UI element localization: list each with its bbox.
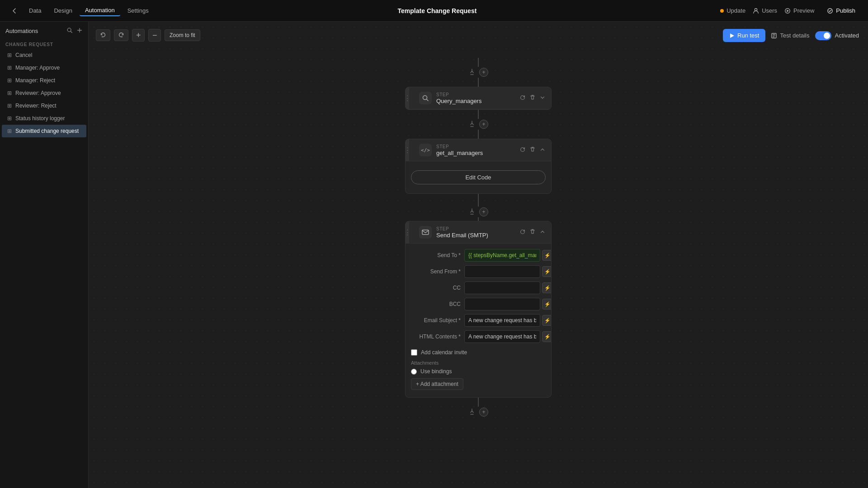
connector-actions: + bbox=[468, 120, 488, 129]
calendar-invite-checkbox[interactable] bbox=[411, 349, 417, 356]
sidebar-item-icon: ⊞ bbox=[7, 103, 12, 109]
sidebar-item-manager-reject[interactable]: ⊞ Manager: Reject bbox=[2, 74, 86, 87]
add-step-button[interactable]: + bbox=[479, 408, 488, 417]
email-subject-dynamic-btn[interactable]: ⚡ bbox=[542, 315, 552, 326]
top-navigation: Data Design Automation Settings Template… bbox=[0, 0, 868, 22]
add-step-button[interactable]: + bbox=[479, 68, 488, 77]
send-to-label: Send To * bbox=[411, 252, 461, 258]
sidebar-item-reviewer-approve[interactable]: ⊞ Reviewer: Approve bbox=[2, 87, 86, 99]
back-button[interactable] bbox=[7, 5, 22, 16]
connector-line bbox=[478, 110, 479, 119]
sidebar-item-label: Submitted change request bbox=[15, 128, 79, 134]
add-step-button[interactable]: + bbox=[479, 207, 488, 216]
nav-settings[interactable]: Settings bbox=[122, 5, 154, 16]
main-layout: Automations CHANGE REQUEST ⊞ Cancel ⊞ Ma… bbox=[0, 22, 868, 488]
activated-switch[interactable] bbox=[815, 31, 831, 40]
sidebar-item-submitted[interactable]: ⊞ Submitted change request bbox=[2, 125, 86, 137]
step-refresh-icon[interactable] bbox=[519, 146, 526, 154]
bcc-input-wrap: ⚡ bbox=[464, 298, 552, 310]
zoom-out-button[interactable]: − bbox=[148, 29, 161, 42]
users-button[interactable]: Users bbox=[753, 7, 777, 14]
step-delete-icon[interactable] bbox=[529, 94, 536, 102]
update-label: Update bbox=[726, 7, 745, 14]
sidebar-item-label: Manager: Reject bbox=[15, 77, 55, 84]
step-refresh-icon[interactable] bbox=[519, 229, 526, 236]
sidebar-item-cancel[interactable]: ⊞ Cancel bbox=[2, 49, 86, 61]
step-refresh-icon[interactable] bbox=[519, 94, 526, 102]
sidebar-item-label: Status history logger bbox=[15, 115, 65, 122]
svg-rect-8 bbox=[422, 230, 429, 235]
publish-button[interactable]: Publish bbox=[821, 5, 861, 17]
use-bindings-row: Use bindings bbox=[411, 368, 546, 375]
sidebar-item-status-history[interactable]: ⊞ Status history logger bbox=[2, 112, 86, 125]
activated-label: Activated bbox=[835, 32, 859, 39]
branch-icon[interactable] bbox=[468, 68, 476, 77]
zoom-in-button[interactable]: + bbox=[132, 29, 145, 42]
sidebar-item-icon: ⊞ bbox=[7, 90, 12, 96]
test-details-label: Test details bbox=[780, 32, 809, 39]
add-attachment-button[interactable]: + Add attachment bbox=[411, 378, 463, 390]
nav-data[interactable]: Data bbox=[24, 5, 47, 16]
cc-input-wrap: ⚡ bbox=[464, 282, 552, 294]
use-bindings-radio[interactable] bbox=[411, 369, 417, 375]
test-details-button[interactable]: Test details bbox=[771, 32, 809, 39]
sidebar-header: Automations bbox=[0, 22, 88, 38]
send-to-input[interactable] bbox=[464, 249, 540, 262]
preview-button[interactable]: Preview bbox=[784, 7, 814, 14]
run-test-button[interactable]: Run test bbox=[723, 29, 765, 42]
connector-1-2: + bbox=[468, 110, 488, 139]
sidebar-title: Automations bbox=[5, 28, 38, 34]
email-subject-input[interactable] bbox=[464, 314, 540, 327]
workflow-canvas: + Step Query_managers bbox=[89, 22, 868, 488]
step-type-icon bbox=[419, 226, 432, 239]
edit-code-button[interactable]: Edit Code bbox=[411, 170, 546, 184]
branch-icon[interactable] bbox=[468, 120, 476, 129]
undo-button[interactable] bbox=[96, 29, 110, 41]
step-collapse-icon[interactable] bbox=[539, 229, 546, 236]
nav-automation[interactable]: Automation bbox=[80, 5, 120, 16]
step-collapse-icon[interactable] bbox=[539, 94, 546, 102]
redo-button[interactable] bbox=[114, 29, 128, 41]
step-collapse-icon[interactable] bbox=[539, 146, 546, 154]
bcc-input[interactable] bbox=[464, 298, 540, 310]
html-contents-dynamic-btn[interactable]: ⚡ bbox=[542, 331, 552, 342]
send-to-dynamic-btn[interactable]: ⚡ bbox=[542, 250, 552, 261]
sidebar-item-label: Reviewer: Approve bbox=[15, 90, 61, 96]
step-header: </> Step get_all_managers bbox=[406, 139, 551, 161]
branch-icon[interactable] bbox=[468, 208, 476, 216]
sidebar-item-label: Reviewer: Reject bbox=[15, 103, 57, 109]
update-button[interactable]: Update bbox=[720, 7, 745, 14]
sidebar-add-icon[interactable] bbox=[76, 27, 83, 35]
step-info: Step Query_managers bbox=[436, 92, 515, 104]
nav-design[interactable]: Design bbox=[48, 5, 77, 16]
step-delete-icon[interactable] bbox=[529, 229, 536, 236]
step-drag-handle[interactable] bbox=[406, 139, 409, 161]
sidebar-search-icon[interactable] bbox=[66, 27, 73, 35]
bottom-connector: + bbox=[468, 398, 488, 418]
zoom-fit-button[interactable]: Zoom to fit bbox=[165, 29, 200, 41]
send-from-input[interactable] bbox=[464, 265, 540, 278]
sidebar-section-label: CHANGE REQUEST bbox=[0, 38, 88, 49]
step-delete-icon[interactable] bbox=[529, 146, 536, 154]
step-name: Query_managers bbox=[436, 98, 515, 104]
branch-icon[interactable] bbox=[468, 408, 476, 417]
add-step-button[interactable]: + bbox=[479, 120, 488, 129]
sidebar-item-manager-approve[interactable]: ⊞ Manager: Approve bbox=[2, 61, 86, 74]
html-contents-input[interactable] bbox=[464, 330, 540, 343]
canvas-area: + − Zoom to fit Run test Test details Ac… bbox=[89, 22, 868, 488]
attachments-section: Attachments Use bindings + Add attachmen… bbox=[411, 358, 546, 392]
activated-toggle: Activated bbox=[815, 31, 859, 40]
step-actions bbox=[519, 94, 546, 102]
cc-input[interactable] bbox=[464, 282, 540, 294]
sidebar-item-reviewer-reject[interactable]: ⊞ Reviewer: Reject bbox=[2, 99, 86, 112]
bcc-dynamic-btn[interactable]: ⚡ bbox=[542, 299, 552, 310]
users-label: Users bbox=[762, 7, 777, 14]
send-from-dynamic-btn[interactable]: ⚡ bbox=[542, 266, 552, 277]
send-from-input-wrap: ⚡ bbox=[464, 265, 552, 278]
cc-dynamic-btn[interactable]: ⚡ bbox=[542, 282, 552, 293]
step-drag-handle[interactable] bbox=[406, 87, 409, 109]
connector-line bbox=[478, 58, 479, 67]
step-drag-handle[interactable] bbox=[406, 221, 409, 243]
email-subject-label: Email Subject * bbox=[411, 317, 461, 324]
cc-row: CC ⚡ bbox=[411, 282, 546, 294]
